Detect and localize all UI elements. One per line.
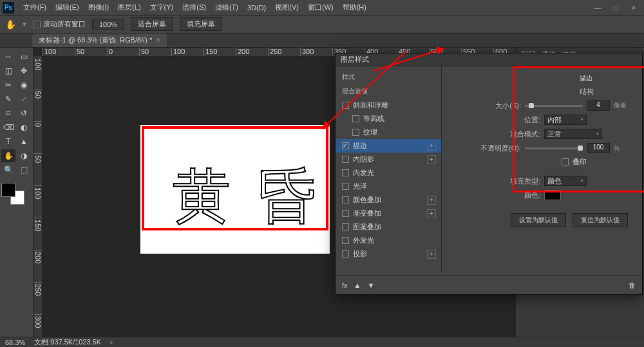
type-tool[interactable]: T [1,135,15,148]
fx-up-icon[interactable]: ▲ [354,281,361,289]
menu-edit[interactable]: 编辑(E) [52,1,83,14]
pen-tool[interactable]: ▲ [17,135,31,148]
menu-3d[interactable]: 3D(D) [243,3,270,13]
trash-icon[interactable]: 🗑 [629,281,636,289]
fx-item-6[interactable]: 光泽 [336,180,441,193]
position-dropdown[interactable]: 内部▾ [544,115,587,125]
fx-checkbox[interactable] [342,156,349,163]
fx-item-11[interactable]: 投影+ [336,247,441,261]
edit-toolbar[interactable]: ⬚ [17,164,31,176]
history-tool[interactable]: ⌑ [1,107,15,120]
stroke-color-swatch[interactable] [544,190,561,200]
fx-item-3[interactable]: 描边+ [336,139,441,153]
fx-checkbox[interactable] [342,237,349,244]
fx-checkbox[interactable] [342,183,349,190]
opacity-input[interactable]: 100 [587,143,610,153]
fx-label: 内发光 [353,168,374,178]
position-row: 位置: 内部▾ [451,115,633,125]
menu-select[interactable]: 选择(S) [178,1,210,14]
zoom-tool[interactable]: 🔍 [1,164,15,176]
menu-file[interactable]: 文件(F) [19,1,50,14]
options-bar: ✋ ▾ 滚动所有窗口 100% 适合屏幕 填充屏幕 [0,15,644,33]
fx-checkbox[interactable] [342,223,349,230]
fx-checkbox[interactable] [342,210,349,217]
fx-add-icon[interactable]: + [427,250,436,259]
fx-item-1[interactable]: 等高线 [336,112,441,126]
fx-checkbox[interactable] [342,250,349,258]
fx-header-styles[interactable]: 样式 [336,70,441,84]
fx-checkbox[interactable] [342,169,349,176]
status-zoom[interactable]: 68.3% [5,339,25,346]
hand-tool[interactable]: ✋ [1,149,15,162]
lasso-tool[interactable]: ◫ [1,64,15,77]
close-tab-icon[interactable]: × [156,36,160,44]
fx-down-icon[interactable]: ▼ [367,281,374,289]
ruler-vertical: 10050050100150200250300350400450500 [33,57,43,337]
fill-screen-button[interactable]: 填充屏幕 [180,17,222,31]
zoom-100-button[interactable]: 100% [92,19,124,30]
reset-default-button[interactable]: 复位为默认值 [573,213,628,227]
window-close[interactable]: × [626,3,641,13]
menu-type[interactable]: 文字(Y) [146,1,178,14]
fx-checkbox[interactable] [342,142,349,149]
blend-row: 混合模式: 正常▾ [451,129,633,139]
fx-item-9[interactable]: 图案叠加 [336,220,441,234]
fx-add-icon[interactable]: + [427,142,436,151]
filltype-dropdown[interactable]: 颜色▾ [544,176,587,186]
fx-label: 等高线 [363,114,384,124]
menu-view[interactable]: 视图(V) [271,1,303,14]
overprint-checkbox[interactable] [562,158,569,165]
dodge-tool[interactable]: ◐ [17,121,31,134]
menu-filter[interactable]: 滤镜(T) [211,1,242,14]
fx-item-7[interactable]: 颜色叠加+ [336,193,441,207]
fx-label: 渐变叠加 [353,209,381,218]
window-maximize[interactable]: □ [608,3,623,13]
fx-checkbox[interactable] [352,129,359,136]
fx-item-5[interactable]: 内发光 [336,166,441,180]
status-doc: 文档:937.5K/1023.5K [34,337,101,347]
fx-item-0[interactable]: 斜面和浮雕 [336,98,441,112]
scroll-all-checkbox[interactable]: 滚动所有窗口 [33,19,86,29]
menu-window[interactable]: 窗口(W) [304,1,337,14]
opacity-slider[interactable] [525,147,583,149]
size-input[interactable]: 4 [587,100,610,111]
fx-checkbox[interactable] [342,102,349,109]
overprint-row: 叠印 [451,157,633,167]
menu-help[interactable]: 帮助(H) [339,1,370,14]
rotate-tool[interactable]: ◑ [17,149,31,162]
document-tab[interactable]: 未标题-1 @ 68.3% (黄昏, RGB/8#) *× [32,33,167,47]
set-default-button[interactable]: 设置为默认值 [511,213,566,227]
color-row: 颜色: [451,190,633,200]
fx-item-4[interactable]: 内阴影+ [336,153,441,166]
size-slider[interactable] [525,105,583,107]
fx-header-blend[interactable]: 混合选项 [336,84,441,98]
color-swatch[interactable] [1,183,27,205]
move-tool[interactable]: ↔ [1,50,15,63]
wand-tool[interactable]: ✥ [17,64,31,77]
crop-tool[interactable]: ✂ [1,79,15,91]
fx-checkbox[interactable] [352,115,359,122]
fx-menu-icon[interactable]: fx [342,281,348,289]
fx-add-icon[interactable]: + [427,196,436,205]
fx-label: 投影 [353,249,367,259]
layer-style-dialog: 图层样式 样式 混合选项 斜面和浮雕等高线纹理描边+内阴影+内发光光泽颜色叠加+… [335,53,643,295]
fx-item-8[interactable]: 渐变叠加+ [336,207,441,220]
fx-item-10[interactable]: 外发光 [336,234,441,247]
marquee-tool[interactable]: ▭ [17,50,31,63]
canvas[interactable]: 黄 昏 [140,125,330,254]
fg-color[interactable] [1,183,15,197]
fit-screen-button[interactable]: 适合屏幕 [131,17,173,31]
fx-add-icon[interactable]: + [427,209,436,218]
fx-checkbox[interactable] [342,196,349,203]
gradient-tool[interactable]: ⌫ [1,121,15,134]
window-minimize[interactable]: — [590,3,605,13]
stamp-tool[interactable]: ⟋ [17,93,31,106]
eyedropper-tool[interactable]: ◉ [17,79,31,91]
eraser-tool[interactable]: ↺ [17,107,31,120]
fx-item-2[interactable]: 纹理 [336,126,441,139]
brush-tool[interactable]: ✎ [1,93,15,106]
blend-dropdown[interactable]: 正常▾ [544,129,602,139]
fx-add-icon[interactable]: + [427,155,436,164]
menu-image[interactable]: 图像(I) [84,1,113,14]
menu-layer[interactable]: 图层(L) [114,1,144,14]
